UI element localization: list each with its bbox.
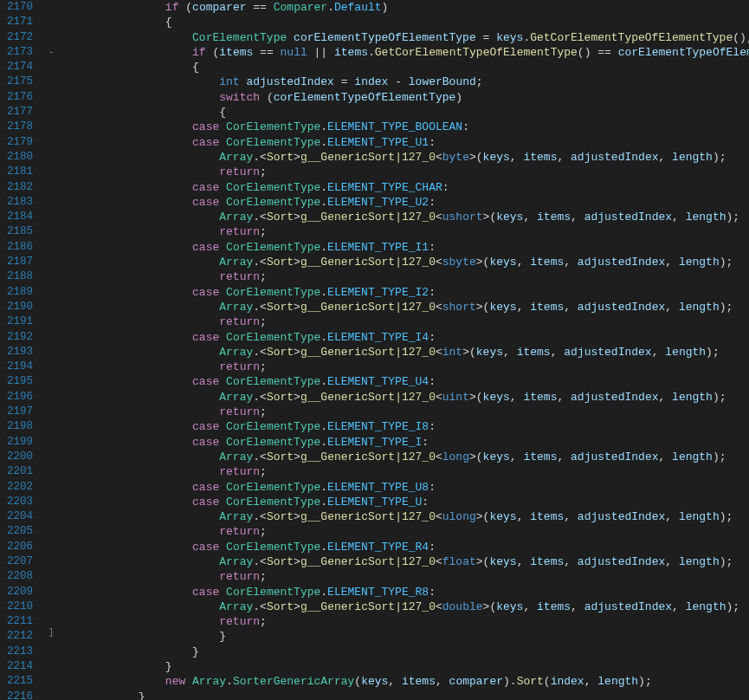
fold-marker xyxy=(45,551,57,566)
code-line[interactable]: Array.<Sort>g__GenericSort|127_0<ulong>(… xyxy=(57,509,749,524)
code-line[interactable]: Array.<Sort>g__GenericSort|127_0<ushort>… xyxy=(57,210,749,224)
code-line[interactable]: return; xyxy=(57,405,749,419)
line-number-gutter: 2170217121722173217421752176217721782179… xyxy=(0,0,45,700)
fold-marker xyxy=(45,194,57,209)
fold-marker xyxy=(45,580,57,595)
fold-marker xyxy=(45,522,57,536)
line-number: 2193 xyxy=(7,345,33,360)
code-line[interactable]: { xyxy=(57,105,749,120)
code-line[interactable]: CorElementType corElementTypeOfElementTy… xyxy=(57,30,749,45)
fold-marker xyxy=(45,253,57,268)
code-line[interactable]: if (items == null || items.GetCorElement… xyxy=(57,45,749,60)
fold-marker xyxy=(45,611,57,625)
line-number: 2172 xyxy=(7,30,33,45)
code-line[interactable]: return; xyxy=(57,464,749,479)
code-line[interactable]: Array.<Sort>g__GenericSort|127_0<sbyte>(… xyxy=(57,255,749,269)
fold-marker xyxy=(45,671,57,685)
line-number: 2183 xyxy=(7,195,33,210)
fold-marker xyxy=(45,268,57,282)
line-number: 2178 xyxy=(7,120,33,134)
line-number: 2181 xyxy=(7,165,33,179)
code-line[interactable]: case CorElementType.ELEMENT_TYPE_R4: xyxy=(57,540,749,554)
code-line[interactable]: case CorElementType.ELEMENT_TYPE_U8: xyxy=(57,480,749,495)
code-line[interactable]: case CorElementType.ELEMENT_TYPE_I4: xyxy=(57,330,749,345)
code-line[interactable]: case CorElementType.ELEMENT_TYPE_U2: xyxy=(57,195,749,210)
code-line[interactable]: int adjustedIndex = index - lowerBound; xyxy=(57,75,749,89)
line-number: 2186 xyxy=(7,240,33,255)
code-line[interactable]: { xyxy=(57,60,749,75)
fold-marker xyxy=(45,29,57,44)
code-line[interactable]: if (comparer == Comparer.Default) xyxy=(57,0,749,15)
line-number: 2202 xyxy=(7,480,33,495)
line-number: 2171 xyxy=(7,15,33,29)
code-line[interactable]: case CorElementType.ELEMENT_TYPE_R8: xyxy=(57,585,749,600)
code-line[interactable]: case CorElementType.ELEMENT_TYPE_U1: xyxy=(57,135,749,150)
line-number: 2201 xyxy=(7,464,33,479)
code-line[interactable]: return; xyxy=(57,165,749,179)
code-line[interactable]: return; xyxy=(57,614,749,629)
code-line[interactable]: case CorElementType.ELEMENT_TYPE_U: xyxy=(57,495,749,509)
line-number: 2199 xyxy=(7,435,33,450)
line-number: 2190 xyxy=(7,300,33,314)
code-line[interactable]: return; xyxy=(57,224,749,239)
code-line[interactable]: } xyxy=(57,629,749,644)
line-number: 2177 xyxy=(7,105,33,120)
line-number: 2184 xyxy=(7,210,33,224)
line-number: 2207 xyxy=(7,554,33,569)
code-area[interactable]: if (comparer == Comparer.Default) { CorE… xyxy=(57,0,749,700)
code-line[interactable]: } xyxy=(57,645,749,659)
line-number: 2191 xyxy=(7,314,33,329)
code-line[interactable]: } xyxy=(57,690,749,700)
fold-marker xyxy=(45,447,57,462)
code-line[interactable]: Array.<Sort>g__GenericSort|127_0<uint>(k… xyxy=(57,390,749,405)
code-line[interactable]: Array.<Sort>g__GenericSort|127_0<int>(ke… xyxy=(57,345,749,360)
line-number: 2215 xyxy=(7,674,33,689)
fold-marker xyxy=(45,104,57,119)
code-line[interactable]: case CorElementType.ELEMENT_TYPE_BOOLEAN… xyxy=(57,120,749,134)
code-line[interactable]: case CorElementType.ELEMENT_TYPE_I1: xyxy=(57,240,749,255)
code-line[interactable]: return; xyxy=(57,524,749,539)
line-number: 2194 xyxy=(7,360,33,374)
code-line[interactable]: case CorElementType.ELEMENT_TYPE_CHAR: xyxy=(57,180,749,195)
fold-marker xyxy=(45,327,57,342)
code-line[interactable]: Array.<Sort>g__GenericSort|127_0<long>(k… xyxy=(57,450,749,464)
line-number: 2212 xyxy=(7,629,33,644)
fold-marker xyxy=(45,685,57,700)
code-line[interactable]: return; xyxy=(57,314,749,329)
fold-marker xyxy=(45,476,57,491)
code-line[interactable]: } xyxy=(57,659,749,674)
fold-marker xyxy=(45,75,57,89)
code-line[interactable]: new Array.SorterGenericArray(keys, items… xyxy=(57,674,749,689)
line-number: 2176 xyxy=(7,90,33,105)
fold-marker xyxy=(45,224,57,238)
line-number: 2208 xyxy=(7,569,33,584)
line-number: 2205 xyxy=(7,524,33,539)
line-number: 2175 xyxy=(7,75,33,89)
code-line[interactable]: switch (corElementTypeOfElementType) xyxy=(57,90,749,105)
code-line[interactable]: Array.<Sort>g__GenericSort|127_0<double>… xyxy=(57,600,749,614)
fold-marker[interactable]: - xyxy=(45,45,57,60)
code-line[interactable]: { xyxy=(57,15,749,29)
code-line[interactable]: Array.<Sort>g__GenericSort|127_0<byte>(k… xyxy=(57,150,749,165)
line-number: 2182 xyxy=(7,180,33,195)
code-line[interactable]: return; xyxy=(57,269,749,284)
code-line[interactable]: Array.<Sort>g__GenericSort|127_0<float>(… xyxy=(57,554,749,569)
code-line[interactable]: case CorElementType.ELEMENT_TYPE_I2: xyxy=(57,285,749,300)
line-number: 2210 xyxy=(7,600,33,614)
fold-marker xyxy=(45,120,57,134)
fold-marker xyxy=(45,134,57,149)
code-line[interactable]: return; xyxy=(57,569,749,584)
fold-marker xyxy=(45,640,57,655)
fold-marker xyxy=(45,149,57,164)
code-line[interactable]: case CorElementType.ELEMENT_TYPE_I: xyxy=(57,435,749,450)
code-line[interactable]: Array.<Sort>g__GenericSort|127_0<short>(… xyxy=(57,300,749,314)
line-number: 2187 xyxy=(7,255,33,269)
code-line[interactable]: case CorElementType.ELEMENT_TYPE_U4: xyxy=(57,374,749,389)
code-editor[interactable]: 2170217121722173217421752176217721782179… xyxy=(0,0,749,700)
code-line[interactable]: return; xyxy=(57,360,749,374)
fold-marker xyxy=(45,417,57,431)
code-line[interactable]: case CorElementType.ELEMENT_TYPE_I8: xyxy=(57,419,749,434)
fold-marker xyxy=(45,387,57,402)
fold-marker xyxy=(45,373,57,387)
fold-marker[interactable]: ] xyxy=(45,625,57,640)
